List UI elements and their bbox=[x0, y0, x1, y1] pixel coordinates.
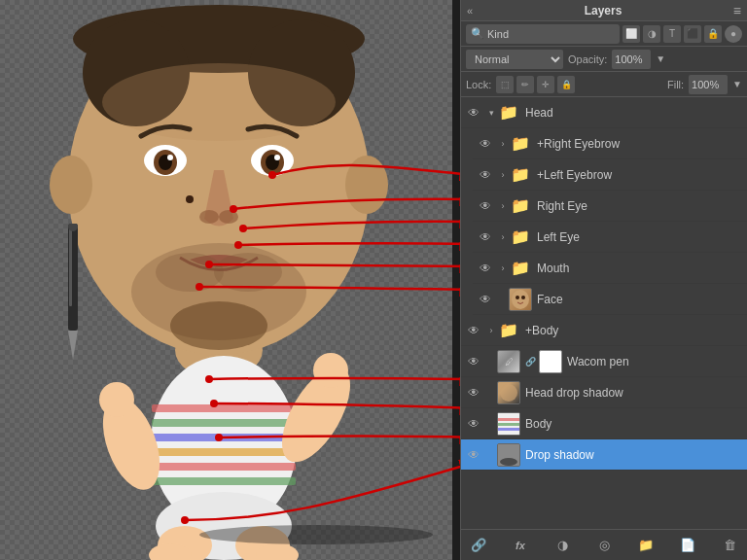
eye-body[interactable]: 👁 bbox=[466, 416, 481, 432]
folder-icon-head: 📁 bbox=[497, 101, 520, 124]
filter-on-icon[interactable]: ● bbox=[725, 25, 742, 43]
add-mask-icon[interactable]: ◑ bbox=[552, 536, 572, 555]
shape-filter-icon[interactable]: ⬛ bbox=[684, 25, 701, 43]
link-layers-icon[interactable]: 🔗 bbox=[469, 536, 488, 555]
blend-mode-dropdown[interactable]: Normal Multiply Screen Overlay bbox=[466, 50, 563, 69]
layer-drop-shadow[interactable]: 👁 › Drop shadow bbox=[461, 439, 747, 471]
svg-rect-29 bbox=[152, 477, 296, 485]
svg-rect-27 bbox=[152, 448, 296, 456]
expand-body-group[interactable]: › bbox=[485, 325, 497, 336]
eye-body-group[interactable]: 👁 bbox=[466, 323, 481, 338]
svg-rect-26 bbox=[152, 434, 296, 441]
layer-left-eyebrow[interactable]: 👁 › 📁 +Left Eyebrow bbox=[473, 159, 747, 191]
layer-right-eyebrow[interactable]: 👁 › 📁 +Right Eyebrow bbox=[473, 128, 747, 159]
thumb-wacom-mask bbox=[539, 350, 562, 373]
eye-head-shadow[interactable]: 👁 bbox=[466, 385, 481, 401]
layer-name-right-eyebrow: +Right Eyebrow bbox=[537, 137, 742, 151]
lock-transparent-icon[interactable]: ⬚ bbox=[496, 76, 514, 93]
eye-drop-shadow[interactable]: 👁 bbox=[466, 447, 481, 463]
expand-head[interactable]: ▾ bbox=[485, 107, 497, 119]
svg-point-31 bbox=[99, 382, 134, 417]
blend-row: Normal Multiply Screen Overlay Opacity: … bbox=[461, 47, 747, 72]
thumb-face bbox=[509, 288, 532, 311]
panel-bottom: 🔗 fx ◑ ◎ 📁 📄 🗑 bbox=[461, 529, 747, 560]
layer-mouth[interactable]: 👁 › 📁 Mouth bbox=[473, 253, 747, 284]
kind-input[interactable] bbox=[487, 28, 546, 40]
expand-right-eyebrow[interactable]: › bbox=[497, 138, 509, 150]
expand-mouth[interactable]: › bbox=[497, 262, 509, 274]
delete-layer-icon[interactable]: 🗑 bbox=[720, 536, 739, 555]
eye-left-eye[interactable]: 👁 bbox=[478, 229, 493, 245]
adjustment-filter-icon[interactable]: ◑ bbox=[643, 25, 660, 43]
thumb-wacom-pen: 🖊 bbox=[497, 350, 520, 373]
eye-wacom-pen[interactable]: 👁 bbox=[466, 354, 481, 369]
svg-point-43 bbox=[199, 525, 433, 544]
baby-body bbox=[78, 298, 370, 560]
opacity-input[interactable] bbox=[612, 50, 651, 69]
svg-point-55 bbox=[512, 290, 529, 309]
layer-name-wacom-pen: Wacom pen bbox=[567, 355, 742, 368]
layers-panel: « Layers ≡ 🔍 ⬜ ◑ T ⬛ 🔒 ● Normal Multiply… bbox=[460, 0, 747, 560]
lock-image-icon[interactable]: ✏ bbox=[516, 76, 534, 93]
fill-label: Fill: bbox=[667, 79, 684, 90]
svg-point-15 bbox=[274, 155, 280, 160]
layer-body[interactable]: 👁 › Body bbox=[461, 408, 747, 439]
fx-icon[interactable]: fx bbox=[511, 536, 530, 555]
layer-right-eye[interactable]: 👁 › 📁 Right Eye bbox=[473, 191, 747, 222]
collapse-icon[interactable]: « bbox=[467, 5, 473, 17]
layers-list[interactable]: 👁 ▾ 📁 Head 👁 › 📁 +Right Eyebrow 👁 › 📁 +L… bbox=[461, 97, 747, 529]
fill-input[interactable] bbox=[689, 75, 728, 94]
layer-name-right-eye: Right Eye bbox=[537, 199, 742, 213]
svg-point-7 bbox=[102, 63, 336, 141]
folder-icon-right-eye: 📁 bbox=[509, 194, 532, 218]
eye-right-eyebrow[interactable]: 👁 bbox=[478, 136, 493, 152]
panel-menu-icon[interactable]: ≡ bbox=[733, 3, 741, 18]
eye-left-eyebrow[interactable]: 👁 bbox=[478, 167, 493, 183]
thumb-body bbox=[497, 412, 520, 436]
layer-name-head-shadow: Head drop shadow bbox=[525, 386, 742, 400]
layer-head-shadow[interactable]: 👁 › Head drop shadow bbox=[461, 377, 747, 408]
eye-mouth[interactable]: 👁 bbox=[478, 261, 493, 276]
search-box[interactable]: 🔍 bbox=[466, 24, 620, 44]
layer-head[interactable]: 👁 ▾ 📁 Head bbox=[461, 97, 747, 128]
lock-position-icon[interactable]: ✛ bbox=[537, 76, 554, 93]
svg-point-18 bbox=[186, 195, 194, 203]
smartobj-filter-icon[interactable]: 🔒 bbox=[704, 25, 722, 43]
svg-point-21 bbox=[214, 253, 282, 292]
svg-point-20 bbox=[156, 253, 224, 292]
svg-point-57 bbox=[521, 296, 525, 299]
pen-image bbox=[58, 224, 88, 360]
text-filter-icon[interactable]: T bbox=[663, 25, 681, 43]
lock-icons: ⬚ ✏ ✛ 🔒 bbox=[496, 76, 575, 93]
opacity-arrow[interactable]: ▼ bbox=[656, 53, 665, 64]
new-layer-icon[interactable]: 📄 bbox=[678, 536, 697, 555]
layer-wacom-pen[interactable]: 👁 › 🖊 🔗 Wacom pen bbox=[461, 346, 747, 377]
svg-point-64 bbox=[500, 458, 517, 466]
layer-body-group[interactable]: 👁 › 📁 +Body bbox=[461, 315, 747, 346]
folder-icon-left-eyebrow: 📁 bbox=[509, 163, 532, 187]
eye-right-eye[interactable]: 👁 bbox=[478, 198, 493, 214]
pixel-filter-icon[interactable]: ⬜ bbox=[622, 25, 640, 43]
layer-name-drop-shadow: Drop shadow bbox=[525, 448, 742, 462]
search-icon: 🔍 bbox=[471, 27, 484, 40]
svg-marker-41 bbox=[68, 331, 78, 360]
add-adjustment-icon[interactable]: ◎ bbox=[594, 536, 614, 555]
lock-all-icon[interactable]: 🔒 bbox=[557, 76, 575, 93]
svg-rect-60 bbox=[498, 418, 519, 421]
opacity-label: Opacity: bbox=[568, 53, 607, 65]
lock-label: Lock: bbox=[466, 79, 491, 90]
expand-right-eye[interactable]: › bbox=[497, 200, 509, 212]
panel-topbar: « Layers ≡ bbox=[461, 0, 747, 21]
layer-left-eye[interactable]: 👁 › 📁 Left Eye bbox=[473, 222, 747, 253]
svg-rect-25 bbox=[152, 419, 296, 427]
svg-point-17 bbox=[219, 210, 238, 224]
expand-left-eyebrow[interactable]: › bbox=[497, 169, 509, 181]
layer-face[interactable]: 👁 › Face bbox=[473, 284, 747, 315]
layer-name-left-eye: Left Eye bbox=[537, 230, 742, 244]
layer-name-head: Head bbox=[525, 106, 742, 120]
eye-head[interactable]: 👁 bbox=[466, 105, 481, 121]
fill-arrow[interactable]: ▼ bbox=[732, 79, 742, 89]
expand-left-eye[interactable]: › bbox=[497, 231, 509, 243]
eye-face[interactable]: 👁 bbox=[478, 292, 493, 307]
new-group-icon[interactable]: 📁 bbox=[636, 536, 656, 555]
